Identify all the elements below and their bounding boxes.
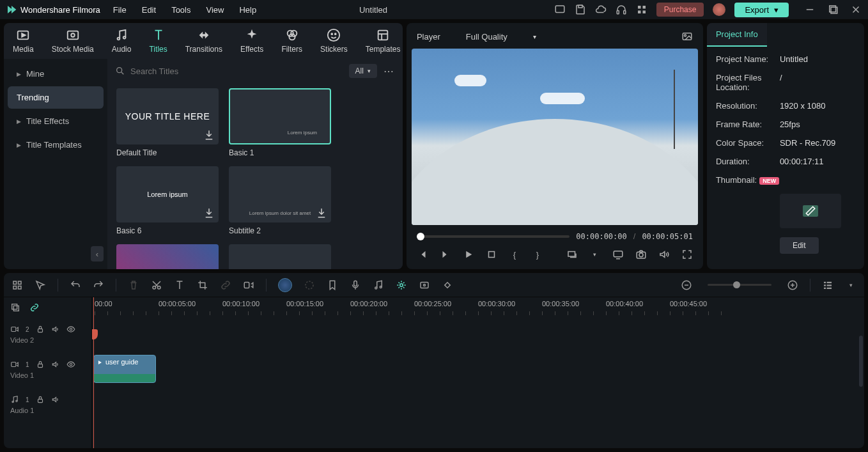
ai-tool-icon[interactable] (396, 279, 407, 291)
tab-stock-media[interactable]: Stock Media (43, 28, 103, 54)
mic-icon[interactable] (350, 279, 361, 291)
save-icon[interactable] (575, 4, 586, 15)
stop-icon[interactable] (486, 249, 497, 260)
lock-icon[interactable] (36, 395, 45, 404)
video-preview[interactable] (412, 49, 698, 225)
display-icon[interactable] (612, 249, 624, 260)
cloud-icon[interactable] (595, 4, 607, 15)
title-card-basic6[interactable]: Lorem ipsum Basic 6 (116, 166, 219, 235)
title-card-basic1[interactable]: Lorem ipsum Basic 1 (229, 88, 331, 157)
chevron-down-icon[interactable]: ▾ (845, 279, 856, 291)
volume-icon[interactable] (658, 249, 670, 260)
filter-dropdown[interactable]: All▾ (349, 64, 377, 78)
sidebar-item-trending[interactable]: Trending (8, 86, 104, 109)
scrub-bar[interactable] (417, 235, 570, 238)
track-lane-audio1[interactable] (92, 388, 864, 421)
crop-icon[interactable] (197, 279, 208, 291)
list-icon[interactable] (822, 279, 833, 291)
track-head-video1[interactable]: 1 Video 1 (4, 351, 91, 388)
lock-icon[interactable] (36, 325, 45, 334)
track-head-video2[interactable]: 2 Video 2 (4, 318, 91, 351)
timeline-content[interactable]: 00:0000:00:05:0000:00:10:0000:00:15:0000… (92, 297, 864, 448)
tab-filters[interactable]: Filters (272, 28, 311, 54)
bookmark-icon[interactable] (327, 279, 338, 291)
eye-icon[interactable] (66, 360, 75, 369)
download-icon[interactable] (203, 207, 215, 219)
project-info-tab[interactable]: Project Info (707, 23, 767, 47)
tab-transitions[interactable]: Transitions (176, 28, 231, 54)
zoom-slider[interactable] (708, 284, 771, 286)
track-head-audio1[interactable]: 1 Audio 1 (4, 388, 91, 421)
fullscreen-icon[interactable] (681, 249, 693, 260)
track-lane-video2[interactable] (92, 318, 864, 351)
camera-icon[interactable] (635, 249, 647, 260)
text-icon[interactable] (174, 279, 185, 291)
tab-effects[interactable]: Effects (231, 28, 272, 54)
title-card-default[interactable]: YOUR TITLE HERE Default Title (116, 88, 219, 157)
tab-templates[interactable]: Templates (357, 28, 410, 54)
title-card-partial[interactable] (229, 244, 331, 269)
trash-icon[interactable] (128, 279, 139, 291)
mute-icon[interactable] (51, 395, 60, 404)
layout-icon[interactable] (554, 4, 566, 15)
eye-icon[interactable] (66, 325, 75, 334)
maximize-icon[interactable] (827, 4, 839, 15)
download-icon[interactable] (203, 129, 215, 141)
play-next-icon[interactable] (440, 249, 451, 260)
sidebar-collapse-button[interactable]: ‹ (91, 246, 104, 261)
mute-icon[interactable] (51, 360, 60, 369)
sidebar-item-title-effects[interactable]: ▶Title Effects (8, 110, 104, 132)
prev-frame-icon[interactable] (417, 249, 428, 260)
color-icon[interactable] (304, 279, 315, 291)
edit-button[interactable]: Edit (780, 237, 819, 254)
music-icon[interactable] (373, 279, 384, 291)
quality-dropdown[interactable]: Full Quality▾ (466, 32, 536, 42)
minimize-icon[interactable] (804, 4, 816, 15)
search-box[interactable] (115, 66, 343, 76)
cut-icon[interactable] (151, 279, 162, 291)
zoom-out-icon[interactable] (681, 279, 692, 291)
redo-icon[interactable] (93, 279, 104, 291)
download-icon[interactable] (316, 207, 327, 219)
tab-media[interactable]: Media (4, 28, 43, 54)
chevron-down-icon[interactable]: ▾ (589, 249, 601, 260)
lock-icon[interactable] (36, 360, 45, 369)
ratio-icon[interactable] (566, 249, 578, 260)
timeline-scrollbar[interactable] (859, 336, 863, 387)
sidebar-item-mine[interactable]: ▶Mine (8, 63, 104, 85)
headphones-icon[interactable] (616, 4, 627, 15)
apps-icon[interactable] (636, 4, 647, 15)
track-lane-video1[interactable]: user guide (92, 351, 864, 388)
avatar[interactable] (713, 3, 725, 16)
play-icon[interactable] (463, 249, 474, 260)
tab-stickers[interactable]: Stickers (311, 28, 357, 54)
thumbnail-preview[interactable] (780, 194, 841, 228)
speed-icon[interactable] (243, 279, 254, 291)
grid-icon[interactable] (12, 279, 23, 291)
mark-in-icon[interactable]: { (509, 249, 520, 260)
timeline-ruler[interactable]: 00:0000:00:05:0000:00:10:0000:00:15:0000… (92, 297, 864, 318)
menu-file[interactable]: File (113, 5, 127, 15)
keyframe-icon[interactable] (442, 279, 453, 291)
chain-icon[interactable] (29, 302, 40, 313)
scrub-handle[interactable] (417, 233, 424, 240)
mute-icon[interactable] (51, 325, 60, 334)
link-icon[interactable] (220, 279, 231, 291)
video-clip[interactable]: user guide (93, 355, 156, 383)
export-button[interactable]: Export ▾ (734, 3, 789, 17)
menu-tools[interactable]: Tools (171, 5, 190, 15)
pointer-icon[interactable] (35, 279, 46, 291)
tab-audio[interactable]: Audio (103, 28, 141, 54)
close-icon[interactable] (850, 4, 862, 15)
title-card-partial[interactable] (116, 244, 219, 269)
ai-chip-icon[interactable] (278, 278, 292, 292)
undo-icon[interactable] (70, 279, 81, 291)
snapshot-icon[interactable] (681, 31, 693, 42)
playhead[interactable] (93, 297, 94, 448)
zoom-handle[interactable] (733, 281, 740, 288)
render-icon[interactable] (419, 279, 430, 291)
menu-edit[interactable]: Edit (142, 5, 156, 15)
mark-out-icon[interactable]: } (532, 249, 543, 260)
stack-icon[interactable] (10, 302, 20, 313)
tab-titles[interactable]: Titles (140, 28, 176, 54)
